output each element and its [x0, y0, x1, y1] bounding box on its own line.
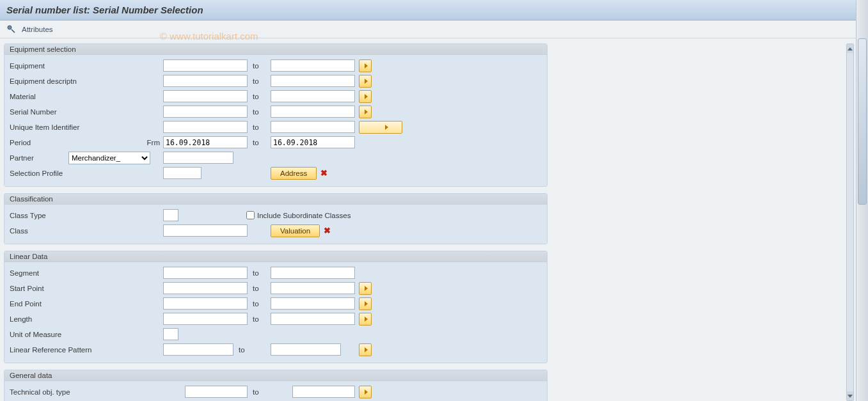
row-segment: Segment to [10, 265, 542, 280]
class-input[interactable] [163, 224, 248, 237]
to-label: to [248, 269, 271, 277]
selection-profile-input[interactable] [163, 167, 201, 179]
row-unit-of-measure: Unit of Measure [10, 327, 542, 342]
row-serial-number: Serial Number to [10, 104, 542, 119]
label-partner: Partner [10, 154, 68, 162]
row-class-type: Class Type Include Subordinate Classes [10, 208, 542, 223]
attributes-icon[interactable] [6, 24, 17, 35]
start-point-to-input[interactable] [271, 282, 355, 294]
serial-number-multiselect-icon[interactable] [359, 106, 372, 118]
label-unit-of-measure: Unit of Measure [10, 331, 147, 338]
to-label: to [248, 315, 271, 323]
material-from-input[interactable] [163, 90, 248, 102]
attributes-button[interactable]: Attributes [22, 26, 53, 33]
unique-item-identifier-from-input[interactable] [163, 121, 248, 133]
to-label: to [248, 108, 271, 116]
unit-of-measure-input[interactable] [163, 328, 178, 340]
equipment-descriptn-to-input[interactable] [271, 75, 355, 87]
form-scroll-region[interactable]: Equipment selection Equipment to Equipme… [4, 43, 842, 401]
to-label: to [248, 388, 271, 396]
scroll-up-icon[interactable] [847, 44, 853, 53]
valuation-button[interactable]: Valuation [271, 224, 320, 237]
start-point-multiselect-icon[interactable] [359, 282, 372, 295]
equipment-from-input[interactable] [163, 59, 248, 72]
equipment-descriptn-from-input[interactable] [163, 75, 248, 87]
segment-from-input[interactable] [163, 267, 248, 279]
to-label: to [248, 93, 271, 100]
include-subordinate-checkbox[interactable] [246, 211, 255, 219]
label-selection-profile: Selection Profile [10, 169, 147, 177]
linear-ref-pattern-multiselect-icon[interactable] [359, 343, 372, 356]
to-label: to [248, 139, 271, 146]
window-scrollbar-thumb[interactable] [858, 38, 867, 205]
group-general-data: General data Technical obj. type to Equi… [4, 370, 548, 401]
linear-ref-pattern-from-input[interactable] [163, 343, 233, 356]
length-to-input[interactable] [271, 313, 355, 325]
segment-to-input[interactable] [271, 267, 355, 279]
label-class: Class [10, 227, 147, 235]
label-start-point: Start Point [10, 285, 147, 292]
unique-item-identifier-multiselect-icon[interactable] [359, 121, 402, 134]
row-period: Period Frm to [10, 135, 542, 150]
unique-item-identifier-to-input[interactable] [271, 121, 355, 133]
group-equipment-selection: Equipment selection Equipment to Equipme… [4, 43, 548, 187]
label-technical-obj-type: Technical obj. type [10, 388, 147, 396]
end-point-multiselect-icon[interactable] [359, 297, 372, 310]
label-period: Period [10, 139, 131, 146]
equipment-multiselect-icon[interactable] [359, 59, 372, 72]
end-point-from-input[interactable] [163, 297, 248, 310]
group-title-linear-data: Linear Data [4, 251, 547, 262]
label-unique-item-identifier: Unique Item Identifier [10, 123, 147, 131]
form-scrollbar[interactable] [846, 43, 854, 401]
to-label: to [248, 77, 271, 85]
length-multiselect-icon[interactable] [359, 313, 372, 326]
label-include-subordinate: Include Subordinate Classes [257, 212, 351, 219]
partner-select[interactable]: Merchandizer_ [68, 152, 150, 164]
technical-obj-type-multiselect-icon[interactable] [359, 386, 372, 398]
row-partner: Partner Merchandizer_ [10, 150, 542, 165]
row-end-point: End Point to [10, 296, 542, 311]
address-delete-icon[interactable]: ✖ [320, 168, 327, 178]
period-to-input[interactable] [271, 136, 355, 148]
toolbar: Attributes [0, 20, 868, 38]
material-to-input[interactable] [271, 90, 355, 102]
valuation-delete-icon[interactable]: ✖ [324, 226, 331, 235]
address-button[interactable]: Address [271, 167, 317, 180]
row-class: Class Valuation ✖ [10, 223, 542, 238]
scroll-down-icon[interactable] [847, 391, 853, 400]
page-title: Serial number list: Serial Number Select… [6, 4, 203, 15]
group-linear-data: Linear Data Segment to Start Point to [4, 251, 548, 363]
title-bar: Serial number list: Serial Number Select… [0, 0, 868, 20]
label-equipment-descriptn: Equipment descriptn [10, 77, 147, 85]
serial-number-from-input[interactable] [163, 106, 248, 118]
equipment-to-input[interactable] [271, 59, 355, 72]
group-title-classification: Classification [4, 194, 547, 205]
label-class-type: Class Type [10, 212, 147, 219]
row-material: Material to [10, 89, 542, 104]
length-from-input[interactable] [163, 313, 248, 325]
technical-obj-type-to-input[interactable] [292, 386, 355, 398]
window-scrollbar[interactable] [856, 0, 868, 401]
period-from-input[interactable] [163, 136, 248, 148]
row-technical-obj-type: Technical obj. type to [10, 384, 542, 399]
material-multiselect-icon[interactable] [359, 90, 372, 103]
to-label: to [233, 346, 271, 354]
equipment-descriptn-multiselect-icon[interactable] [359, 75, 372, 88]
row-selection-profile: Selection Profile Address ✖ [10, 166, 542, 180]
label-serial-number: Serial Number [10, 108, 147, 116]
start-point-from-input[interactable] [163, 282, 248, 294]
to-label: to [248, 62, 271, 70]
label-equipment: Equipment [10, 62, 147, 70]
class-type-input[interactable] [163, 209, 178, 221]
end-point-to-input[interactable] [271, 297, 355, 310]
row-unique-item-identifier: Unique Item Identifier to [10, 120, 542, 134]
partner-value-input[interactable] [163, 152, 233, 164]
technical-obj-type-from-input[interactable] [185, 386, 248, 398]
row-equipment-descriptn: Equipment descriptn to [10, 74, 542, 88]
label-linear-reference-pattern: Linear Reference Pattern [10, 346, 147, 354]
serial-number-to-input[interactable] [271, 106, 355, 118]
linear-ref-pattern-to-input[interactable] [271, 343, 341, 356]
group-title-general-data: General data [4, 370, 547, 381]
to-label: to [248, 285, 271, 292]
row-linear-reference-pattern: Linear Reference Pattern to [10, 342, 542, 357]
